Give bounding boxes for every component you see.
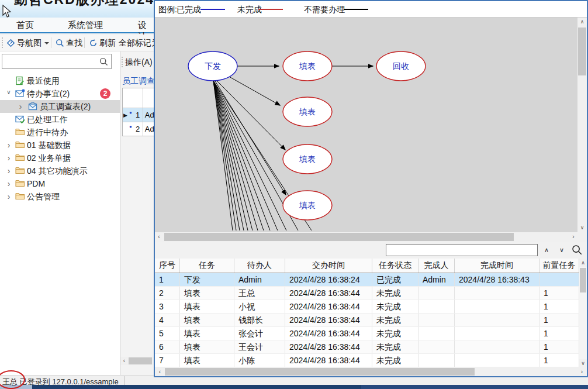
workflow-node[interactable]: 填表 [283,51,332,81]
tree-item[interactable]: ›01 基础数据 [0,139,120,152]
tree-item[interactable]: 最近使用 [0,74,120,87]
table-row[interactable]: 2填表王总2024/4/28 16:38:44未完成1 [155,287,579,300]
scrollbar-thumb[interactable] [578,27,586,75]
sidebar-search-input[interactable] [5,56,97,67]
chevron-down-icon[interactable]: ∨ [5,89,13,95]
tree-item-label: 最近使用 [27,76,60,87]
tree-item[interactable]: ›04 其它功能演示 [0,164,120,177]
folder-icon [15,153,25,163]
table-cell: 2024/4/28 16:38:44 [285,300,372,313]
table-row[interactable]: 7填表小陈2024/4/28 16:38:44未完成1 [155,354,579,367]
scroll-down-icon[interactable]: ∨ [577,223,587,232]
search-icon[interactable] [99,57,108,66]
table-row[interactable]: 6填表王会计2024/4/28 16:38:44未完成1 [155,340,579,354]
scroll-left-icon[interactable]: ‹ [156,367,164,376]
table-row[interactable]: 3填表小祝2024/4/28 16:38:44未完成1 [155,300,579,314]
tree-item[interactable]: 已处理工作 [0,113,120,126]
workflow-node[interactable]: 填表 [283,97,332,126]
table-cell: 2024/4/28 16:38:44 [285,354,372,367]
record-cell: Ad [143,108,154,122]
table-row[interactable]: 4填表钱部长2024/4/28 16:38:44未完成1 [155,314,579,327]
tab-home[interactable]: 首页 [16,20,34,31]
scroll-up-icon[interactable]: ∧ [577,18,587,26]
scroll-left-icon[interactable]: ‹ [120,357,128,365]
menu-bar: 首页 系统管理 设计 [0,18,154,33]
mini-grid-horizontal-scrollbar[interactable]: ‹ [120,357,154,365]
legend-item-completed: 已完成 [177,5,201,15]
scrollbar-thumb[interactable] [580,268,586,292]
recent-doc-icon [15,76,25,87]
tree-item[interactable]: ›PDM [0,177,120,190]
workflow-node[interactable]: 下发 [188,51,237,81]
scrollbar-thumb[interactable] [165,368,475,376]
tab-employee-survey[interactable]: 员工调查表 [122,76,154,87]
scrollbar-thumb[interactable] [129,357,152,364]
action-button[interactable]: 操作(A) [125,56,153,70]
legend-line-not-required [344,9,368,10]
table-cell: 2024/4/28 16:38:44 [285,340,372,353]
table-cell [418,354,455,367]
tree-item[interactable]: ›02 业务单据 [0,152,120,164]
tree-item[interactable]: ›公告管理 [0,190,120,203]
tree-item[interactable]: ∨待办事宜(2)2 [0,87,120,100]
folder-icon [15,192,25,202]
table-cell [455,340,539,353]
mini-grid-row[interactable]: ● 2 Ad [123,122,154,136]
tab-system-management[interactable]: 系统管理 [68,20,103,31]
workflow-edge-line [213,81,248,230]
find-next-icon[interactable]: ∨ [556,244,568,256]
table-find-row: ∧ ∨ [155,242,587,259]
table-cell: 未完成 [372,340,418,353]
scroll-left-icon[interactable]: ‹ [155,232,163,242]
table-cell: 7 [155,354,180,367]
table-cell: Admin [418,273,455,286]
scrollbar-thumb[interactable] [164,233,514,241]
table-cell: 2024/4/28 16:38:43 [455,273,539,286]
find-previous-icon[interactable]: ∧ [541,244,552,256]
table-cell: 1 [539,340,579,353]
table-cell: 任务状态 [372,259,418,273]
table-search-icon[interactable] [572,245,583,256]
workflow-node[interactable]: 填表 [283,144,332,174]
record-cell: Ad [143,122,154,136]
table-vertical-scrollbar[interactable]: ∧ ∨ [579,259,587,367]
chevron-right-icon[interactable]: › [5,153,13,163]
table-row[interactable]: 5填表张会计2024/4/28 16:38:44未完成1 [155,327,579,340]
scroll-right-icon[interactable]: › [569,232,577,242]
scroll-down-icon[interactable]: ∨ [579,359,587,367]
chevron-right-icon[interactable]: › [5,140,13,150]
tree-item-label: 01 基础数据 [27,140,71,151]
nav-diagram-button[interactable]: 导航图 [5,36,50,50]
legend-line-incomplete [258,9,283,10]
tree-item[interactable]: ›员工调查表(2) [0,100,120,113]
toolbar: 导航图 查找 刷新 全部标记为 [0,35,154,51]
workflow-node-label: 填表 [299,201,316,210]
table-header-row[interactable]: 序号任务待办人交办时间任务状态完成人完成时间前置任务 [155,259,579,273]
table-cell [418,300,455,313]
refresh-label: 刷新 [99,38,116,49]
table-find-input[interactable] [386,244,538,256]
mail-check-icon [15,115,25,126]
tree-item-label: PDM [27,179,45,188]
table-row[interactable]: 1下发Admin2024/4/28 16:38:24已完成Admin2024/4… [155,273,579,287]
scroll-right-icon[interactable]: › [578,367,586,376]
chevron-right-icon[interactable]: › [16,102,25,111]
find-button[interactable]: 查找 [54,36,84,50]
table-horizontal-scrollbar[interactable]: ‹ › [155,367,587,376]
window-title: 勤哲CRD版办理2024 [14,0,154,9]
chevron-right-icon[interactable]: › [5,192,13,201]
workflow-node[interactable]: 填表 [283,191,332,220]
refresh-button[interactable]: 刷新 [88,36,117,50]
chevron-right-icon[interactable]: › [5,179,13,188]
workflow-node[interactable]: 回收 [376,51,426,81]
diagram-vertical-scrollbar[interactable]: ∧ ∨ [577,18,587,232]
folder-icon [15,140,25,150]
tree-item[interactable]: 进行中待办 [0,126,120,139]
table-cell: 6 [155,340,180,353]
mini-grid-row[interactable]: ▶ ● 1 Ad [123,108,154,122]
table-cell: 钱部长 [234,314,285,326]
workflow-node-label: 下发 [205,61,221,71]
diagram-horizontal-scrollbar[interactable]: ‹ › [155,232,577,242]
scroll-up-icon[interactable]: ∧ [579,259,587,267]
chevron-right-icon[interactable]: › [5,166,13,175]
